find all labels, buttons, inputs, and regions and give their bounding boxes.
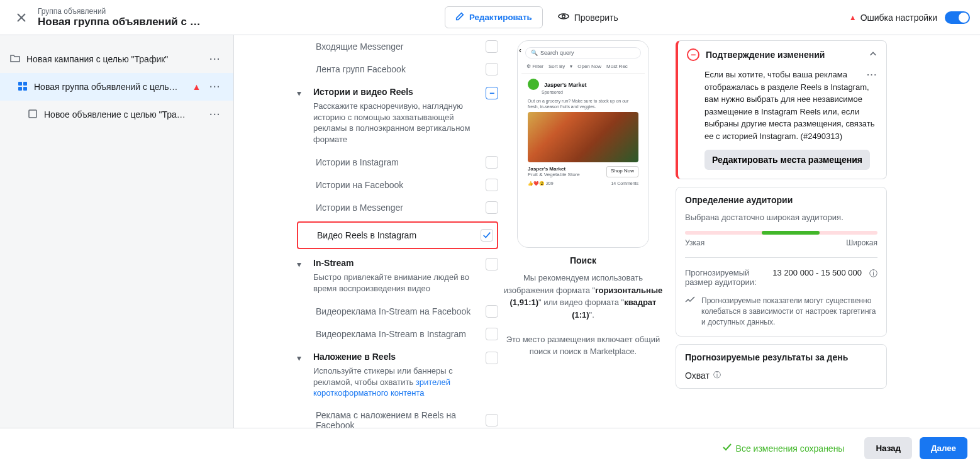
header-subtitle: Группа объявлений (38, 7, 214, 16)
preview-column: ‹ 🔍 Search query ⚙ Filter Sort By▾ Open … (498, 35, 668, 428)
check-button[interactable]: Проверить (558, 11, 618, 24)
body: Новая кампания с целью "Трафик" ··· Нова… (0, 35, 980, 428)
folder-icon (10, 53, 20, 65)
placement-msg-stories[interactable]: Истории в Messenger (297, 196, 498, 219)
error-status-label: Ошибка настройки (860, 13, 937, 23)
checkbox-indeterminate[interactable]: − (486, 87, 498, 99)
sidebar-item-label: Новая группа объявлений с цель… (34, 82, 186, 92)
checkbox[interactable] (486, 179, 498, 191)
chevron-up-icon[interactable] (869, 50, 877, 60)
mock-search-bar: 🔍 Search query (525, 47, 641, 58)
sidebar-item-adset[interactable]: Новая группа объявлений с цель… ▲ ··· (0, 73, 233, 101)
saved-status: Все изменения сохранены (722, 442, 845, 454)
edit-button-label: Редактировать (469, 13, 532, 22)
edit-placements-button[interactable]: Редактировать места размещения (704, 150, 870, 170)
placements-column: Входящие Messenger Лента групп Facebook … (234, 35, 498, 428)
close-icon[interactable] (10, 6, 33, 29)
checkbox[interactable] (486, 63, 498, 75)
checkmark-icon (722, 442, 732, 454)
daily-results-panel: Прогнозируемые результаты за день Охват … (676, 344, 887, 389)
placement-group-desc: Быстро привлекайте внимание людей во вре… (313, 272, 479, 294)
header-right: ▲ Ошибка настройки (849, 11, 970, 24)
audience-note: Прогнозируемые показатели могут существе… (685, 296, 877, 327)
info-icon[interactable]: ⓘ (713, 370, 721, 381)
placement-group-instream: ▾ In-Stream Быстро привлекайте внимание … (297, 252, 498, 300)
placement-ig-stories[interactable]: Истории в Instagram (297, 151, 498, 174)
svg-rect-4 (23, 87, 27, 91)
preview-title: Поиск (503, 255, 663, 265)
svg-point-0 (562, 15, 565, 18)
phone-mockup: ‹ 🔍 Search query ⚙ Filter Sort By▾ Open … (517, 40, 649, 248)
checkbox-checked[interactable] (481, 229, 493, 242)
confirm-changes-panel: − Подтверждение изменений ··· Если вы хо… (676, 40, 887, 179)
panel-title: Подтверждение изменений (706, 50, 862, 60)
placement-group-overlay: ▾ Наложение в Reels Используйте стикеры … (297, 345, 498, 405)
checkbox[interactable] (486, 414, 498, 426)
chevron-down-icon[interactable]: ▾ (297, 88, 307, 98)
placement-ig-reels[interactable]: Видео Reels в Instagram (297, 221, 498, 249)
placement-group-desc: Используйте стикеры или баннеры с реклам… (313, 365, 479, 399)
reach-row: Охват ⓘ (685, 370, 877, 388)
audience-scale (685, 231, 877, 235)
placement-instream-fb[interactable]: Видеореклама In-Stream на Facebook (297, 300, 498, 323)
divider (685, 257, 877, 258)
more-icon[interactable]: ··· (867, 69, 877, 81)
header-center: Редактировать Проверить (214, 6, 849, 28)
chevron-down-icon[interactable]: ▾ (297, 353, 307, 363)
footer: Все изменения сохранены Назад Далее (0, 428, 980, 468)
more-icon[interactable]: ··· (207, 52, 223, 67)
checkbox[interactable] (486, 328, 498, 340)
back-button[interactable]: Назад (864, 437, 912, 459)
mock-ad-card: Jasper's Market Sponsored Out on a groce… (521, 74, 645, 191)
sidebar-item-label: Новое объявление с целью "Тра… (44, 109, 201, 120)
placement-messenger-inbox[interactable]: Входящие Messenger (297, 35, 498, 58)
info-icon[interactable]: ⓘ (869, 268, 877, 287)
checkbox[interactable] (486, 305, 498, 318)
mock-product-image (528, 112, 638, 162)
svg-rect-3 (18, 87, 22, 91)
panel-body: ··· Если вы хотите, чтобы ваша реклама о… (678, 69, 886, 179)
warning-triangle-icon: ▲ (849, 13, 857, 22)
checkbox[interactable] (486, 40, 498, 53)
placement-group-title: Наложение в Reels (313, 352, 479, 362)
more-icon[interactable]: ··· (207, 107, 223, 122)
panel-header[interactable]: − Подтверждение изменений (678, 41, 886, 69)
back-chevron-icon: ‹ (519, 46, 521, 55)
svg-rect-1 (18, 82, 22, 86)
placement-overlay-fb[interactable]: Реклама с наложением в Reels на Facebook (297, 405, 498, 428)
mock-filters: ⚙ Filter Sort By▾ Open Now Most Rec (521, 61, 645, 74)
chevron-down-icon[interactable]: ▾ (297, 259, 307, 269)
main-content: Входящие Messenger Лента групп Facebook … (234, 35, 980, 428)
edit-button[interactable]: Редактировать (445, 6, 543, 28)
more-icon[interactable]: ··· (207, 79, 223, 94)
next-button[interactable]: Далее (920, 437, 967, 459)
sidebar-item-ad[interactable]: Новое объявление с целью "Тра… ··· (0, 101, 233, 128)
status-toggle[interactable] (945, 11, 970, 24)
preview-description: Мы рекомендуем использовать изображения … (503, 272, 663, 358)
placement-instream-ig[interactable]: Видеореклама In-Stream в Instagram (297, 323, 498, 345)
checkbox[interactable] (486, 352, 498, 364)
audience-size-row: Прогнозируемый размер аудитории: 13 200 … (685, 268, 877, 287)
ad-icon (28, 109, 38, 121)
warning-circle-icon: − (687, 48, 699, 61)
checkbox[interactable] (486, 156, 498, 169)
avatar-icon (528, 79, 539, 90)
header-title-block: Группа объявлений Новая группа объявлени… (38, 7, 214, 28)
header: Группа объявлений Новая группа объявлени… (0, 0, 980, 35)
placement-group-title: Истории и видео Reels (313, 87, 479, 97)
sidebar: Новая кампания с целью "Трафик" ··· Нова… (0, 35, 234, 428)
audience-subtitle: Выбрана достаточно широкая аудитория. (685, 213, 877, 222)
placement-fb-stories[interactable]: Истории на Facebook (297, 174, 498, 196)
right-column: − Подтверждение изменений ··· Если вы хо… (668, 35, 894, 428)
panel-title: Прогнозируемые результаты за день (685, 352, 877, 362)
search-icon: 🔍 (531, 50, 538, 56)
pencil-icon (455, 12, 464, 23)
svg-rect-5 (29, 110, 36, 118)
sidebar-item-campaign[interactable]: Новая кампания с целью "Трафик" ··· (0, 45, 233, 73)
svg-rect-2 (23, 82, 27, 86)
error-status: ▲ Ошибка настройки (849, 13, 937, 23)
checkbox[interactable] (486, 258, 498, 270)
checkbox[interactable] (486, 201, 498, 214)
audience-scale-labels: Узкая Широкая (685, 238, 877, 247)
placement-groups-feed[interactable]: Лента групп Facebook (297, 58, 498, 81)
